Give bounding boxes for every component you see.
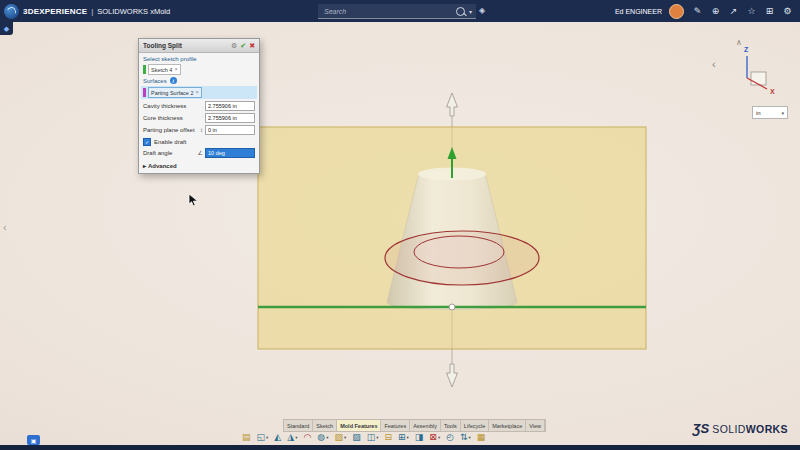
cavity-thickness-row: Cavity thickness bbox=[143, 101, 255, 111]
advanced-expander[interactable]: ▸ Advanced bbox=[143, 162, 255, 169]
enable-draft-label: Enable draft bbox=[154, 139, 186, 145]
avatar[interactable] bbox=[669, 4, 684, 19]
z-axis-label: Z bbox=[744, 46, 749, 53]
draft-analysis-button[interactable]: ◭ bbox=[272, 431, 283, 445]
previous-view-chevron-icon[interactable]: ‹ bbox=[712, 58, 716, 70]
tooling-split-button[interactable]: ◫▾ bbox=[365, 431, 381, 445]
dropdown-chevron-icon[interactable]: ▾ bbox=[407, 435, 409, 440]
taskbar-app-icon[interactable]: ▣ bbox=[27, 435, 40, 445]
parting-surface-chip[interactable]: Parting Surface 2 × bbox=[148, 87, 202, 98]
x-axis-label: X bbox=[770, 88, 775, 95]
ejector-pin-button[interactable]: ⇅▾ bbox=[458, 431, 473, 445]
advanced-label: Advanced bbox=[148, 163, 177, 169]
search-bar[interactable]: ▾ bbox=[318, 4, 476, 19]
plane-indicator bbox=[751, 72, 766, 85]
cavity-tool-button[interactable]: ⊞▾ bbox=[396, 431, 411, 445]
draft-angle-row: Draft angle ∠ bbox=[143, 148, 255, 158]
viewport-background[interactable] bbox=[0, 22, 800, 446]
core-thickness-label: Core thickness bbox=[143, 115, 203, 122]
core-tool-button[interactable]: ⊟ bbox=[382, 431, 394, 445]
parting-surface-button[interactable]: ▧▾ bbox=[332, 431, 348, 445]
remove-icon[interactable]: × bbox=[174, 67, 177, 73]
tooling-split-dialog: Tooling Split ⚙ ✔ ✖ Select sketch profil… bbox=[138, 38, 260, 174]
search-scope-chevron-icon[interactable]: ▾ bbox=[469, 8, 472, 15]
draft-angle-label: Draft angle bbox=[143, 150, 196, 157]
dropdown-chevron-icon[interactable]: ▾ bbox=[438, 435, 440, 440]
apps-icon[interactable]: ⊞ bbox=[763, 7, 776, 16]
undercut-analysis-button[interactable]: ◮▾ bbox=[285, 431, 299, 445]
dropdown-chevron-icon[interactable]: ▾ bbox=[469, 435, 471, 440]
solidworks-logo: ƷS SOLIDWORKS bbox=[693, 419, 788, 437]
core-thickness-row: Core thickness bbox=[143, 113, 255, 123]
dropdown-chevron-icon[interactable]: ▾ bbox=[376, 435, 378, 440]
tab-marketplace[interactable]: Marketplace bbox=[489, 420, 526, 431]
enable-draft-checkbox[interactable]: ✓ bbox=[143, 138, 151, 146]
mold-folder-icon: ▤ bbox=[242, 433, 251, 442]
select-sketch-label: Select sketch profile bbox=[143, 56, 255, 62]
units-dropdown[interactable]: in ▾ bbox=[752, 106, 788, 119]
sketch-chip[interactable]: Sketch 4 × bbox=[148, 64, 181, 75]
add-icon[interactable]: ⊕ bbox=[709, 7, 722, 16]
mold-folder-button[interactable]: ▤ bbox=[240, 431, 253, 445]
brand-area: 3DEXPERIENCE | SOLIDWORKS xMold bbox=[0, 4, 170, 19]
runner-tool-icon: ⊠ bbox=[429, 433, 437, 442]
bottom-status-strip bbox=[0, 445, 800, 450]
mouse-cursor bbox=[188, 193, 199, 208]
cooling-channel-button[interactable]: ◴ bbox=[444, 431, 456, 445]
tag-icon[interactable]: ◈ bbox=[479, 7, 485, 15]
top-app-bar: 3DEXPERIENCE | SOLIDWORKS xMold ▾ ◈ Ed E… bbox=[0, 0, 800, 22]
angle-icon[interactable]: ∠ bbox=[198, 150, 203, 156]
shut-off-surface-button[interactable]: ◍▾ bbox=[315, 431, 330, 445]
runner-tool-button[interactable]: ⊠▾ bbox=[427, 431, 442, 445]
cooling-channel-icon: ◴ bbox=[446, 433, 454, 442]
parting-plane-offset-input[interactable] bbox=[205, 125, 255, 135]
dropdown-chevron-icon[interactable]: ▾ bbox=[266, 435, 268, 440]
sketch-chip-label: Sketch 4 bbox=[151, 67, 172, 73]
tooling-split-icon: ◫ bbox=[367, 433, 376, 442]
close-icon[interactable]: ✖ bbox=[249, 42, 255, 49]
dropdown-chevron-icon[interactable]: ▾ bbox=[326, 435, 328, 440]
sketch-color-bar bbox=[143, 65, 146, 74]
reverse-direction-icon[interactable]: ↕ bbox=[200, 127, 203, 133]
info-icon[interactable]: i bbox=[170, 77, 177, 84]
solidworks-wordmark: SOLIDWORKS bbox=[712, 419, 788, 437]
core-thickness-input[interactable] bbox=[205, 113, 255, 123]
compass-flyout-icon[interactable]: ◆ bbox=[0, 22, 13, 35]
surface-color-bar bbox=[143, 88, 146, 97]
settings-icon[interactable]: ⚙ bbox=[781, 7, 794, 16]
sketch-selection-row: Sketch 4 × bbox=[143, 64, 255, 75]
user-cluster: Ed ENGINEER ✎⊕↗☆⊞⚙ bbox=[615, 0, 794, 22]
user-name[interactable]: Ed ENGINEER bbox=[615, 8, 662, 15]
remove-icon[interactable]: × bbox=[196, 90, 199, 96]
mold-base-button[interactable]: ▦ bbox=[475, 431, 488, 445]
search-input[interactable] bbox=[322, 7, 452, 16]
cavity-tool-icon: ⊞ bbox=[398, 433, 406, 442]
core-tool-icon: ⊟ bbox=[384, 433, 392, 442]
panel-collapse-chevron-icon[interactable]: ‹ bbox=[3, 221, 7, 233]
dropdown-chevron-icon[interactable]: ▾ bbox=[344, 435, 346, 440]
3ds-compass-logo-icon[interactable] bbox=[4, 4, 19, 19]
ejector-pin-icon: ⇅ bbox=[460, 433, 468, 442]
parting-line-button[interactable]: ◠ bbox=[301, 431, 313, 445]
favorites-icon[interactable]: ☆ bbox=[745, 7, 758, 16]
app-name: SOLIDWORKS xMold bbox=[97, 7, 170, 16]
confirm-check-icon[interactable]: ✔ bbox=[240, 42, 246, 49]
cavity-thickness-input[interactable] bbox=[205, 101, 255, 111]
share-icon[interactable]: ↗ bbox=[727, 7, 740, 16]
units-value: in bbox=[756, 110, 761, 116]
scale-tool-button[interactable]: ◱▾ bbox=[255, 431, 271, 445]
dropdown-chevron-icon[interactable]: ▾ bbox=[295, 435, 297, 440]
tab-view[interactable]: View bbox=[526, 420, 545, 431]
surfaces-label-row: Surfaces i bbox=[143, 77, 255, 84]
draft-angle-input[interactable] bbox=[205, 148, 255, 158]
search-icon[interactable] bbox=[456, 7, 465, 16]
expander-arrow-icon: ▸ bbox=[143, 162, 146, 169]
compose-icon[interactable]: ✎ bbox=[691, 7, 704, 16]
orientation-triad[interactable]: Z X bbox=[733, 42, 785, 100]
undercut-analysis-icon: ◮ bbox=[287, 433, 294, 442]
dialog-titlebar[interactable]: Tooling Split ⚙ ✔ ✖ bbox=[139, 39, 259, 53]
dialog-title: Tooling Split bbox=[143, 42, 228, 49]
ruled-surface-button[interactable]: ▨ bbox=[350, 431, 363, 445]
gear-icon[interactable]: ⚙ bbox=[231, 42, 237, 49]
side-core-button[interactable]: ◨ bbox=[413, 431, 426, 445]
